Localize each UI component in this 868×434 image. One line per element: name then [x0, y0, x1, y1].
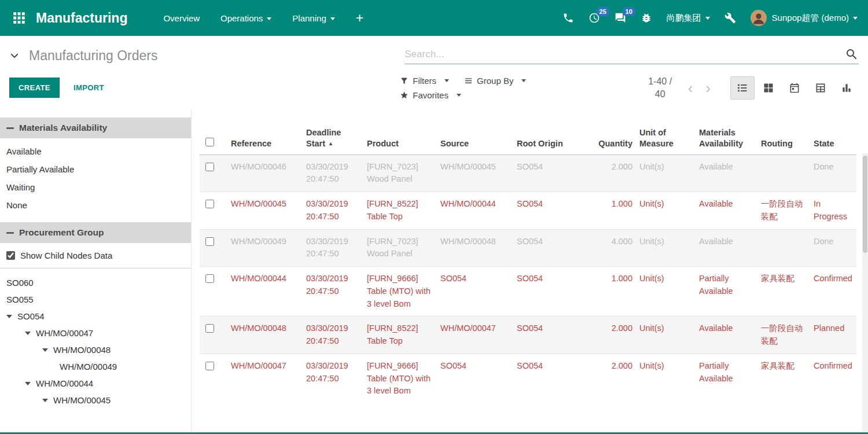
apps-grid-icon[interactable]	[12, 10, 27, 25]
column-header-product[interactable]: Product	[363, 117, 437, 155]
vertical-scrollbar[interactable]	[862, 153, 868, 432]
manufacturing-orders-table: ReferenceDeadline Start▲ProductSourceRoo…	[200, 117, 856, 403]
app-menu: Overview Operations Planning +	[163, 12, 363, 25]
row-select-cell	[200, 267, 227, 317]
group-by-bars-icon	[464, 76, 473, 85]
pager-next-button[interactable]: ›	[703, 80, 713, 95]
row-checkbox[interactable]	[205, 274, 214, 283]
chevron-down-icon	[521, 79, 526, 82]
cell-quantity: 4.000	[587, 229, 636, 267]
user-menu[interactable]: Sunpop超管 (demo)	[751, 10, 858, 26]
mo-row-wh-mo-00049[interactable]: WH/MO/0004903/30/2019 20:47:50[FURN_7023…	[200, 229, 856, 267]
pager-previous-button[interactable]: ‹	[686, 80, 696, 95]
mo-row-wh-mo-00047[interactable]: WH/MO/0004703/30/2019 20:47:50[FURN_9666…	[200, 354, 856, 403]
cell-state: Done	[810, 155, 856, 192]
vertical-scrollbar-thumb[interactable]	[863, 156, 867, 253]
filter-item-available[interactable]: Available	[0, 142, 191, 160]
table-header-row: ReferenceDeadline Start▲ProductSourceRoo…	[200, 117, 856, 155]
message-count-badge: 10	[622, 7, 636, 16]
tree-item-wh-mo-00044[interactable]: WH/MO/00044	[0, 375, 191, 392]
messages-systray[interactable]: 10	[615, 12, 626, 24]
column-header-state[interactable]: State	[810, 117, 856, 155]
row-checkbox[interactable]	[205, 200, 214, 208]
app-title[interactable]: Manufacturing	[36, 10, 127, 26]
row-select-cell	[200, 192, 227, 230]
import-button[interactable]: IMPORT	[73, 83, 104, 92]
select-all-checkbox[interactable]	[205, 138, 214, 146]
add-menu-button[interactable]: +	[356, 12, 363, 25]
breadcrumb-chevron-down-icon[interactable]	[9, 50, 20, 61]
cell-availability: Partially Available	[696, 267, 757, 317]
section-procurement-group[interactable]: Procurement Group	[0, 222, 191, 243]
mo-row-wh-mo-00045[interactable]: WH/MO/0004503/30/2019 20:47:50[FURN_8522…	[200, 192, 856, 230]
user-name: Sunpop超管 (demo)	[772, 13, 849, 24]
kanban-view-button[interactable]	[756, 76, 781, 100]
column-header-routing[interactable]: Routing	[757, 117, 810, 155]
mo-row-wh-mo-00048[interactable]: WH/MO/0004803/30/2019 20:47:50[FURN_8522…	[200, 317, 856, 354]
section-title: Procurement Group	[19, 227, 104, 238]
activity-count-badge: 25	[596, 7, 610, 16]
bug-icon[interactable]	[641, 12, 652, 24]
section-materials-availability[interactable]: Materials Availability	[0, 117, 191, 138]
chevron-down-icon[interactable]	[42, 399, 48, 402]
tree-item-so060[interactable]: SO060	[0, 274, 191, 291]
column-header-reference[interactable]: Reference	[227, 117, 303, 155]
column-header-source[interactable]: Source	[437, 117, 513, 155]
filter-item-waiting[interactable]: Waiting	[0, 178, 191, 196]
column-header-quantity[interactable]: Quantity	[587, 117, 636, 155]
main-content: Materials Availability AvailablePartiall…	[0, 109, 868, 432]
menu-operations[interactable]: Operations	[220, 13, 271, 23]
tree-item-wh-mo-00048[interactable]: WH/MO/00048	[0, 341, 191, 358]
company-menu[interactable]: 尚鹏集团	[667, 13, 710, 24]
cell-quantity: 2.000	[587, 155, 636, 192]
show-child-nodes-checkbox[interactable]	[6, 251, 15, 260]
pivot-view-button[interactable]	[808, 76, 833, 100]
mo-row-wh-mo-00046[interactable]: WH/MO/0004603/30/2019 20:47:50[FURN_7023…	[200, 155, 856, 192]
search-input[interactable]	[404, 49, 845, 60]
create-button[interactable]: CREATE	[9, 78, 60, 98]
list-view-button[interactable]	[730, 76, 755, 100]
view-switcher	[730, 76, 859, 100]
graph-view-button[interactable]	[834, 76, 859, 100]
filters-label: Filters	[413, 76, 436, 86]
tree-item-wh-mo-00045[interactable]: WH/MO/00045	[0, 392, 191, 409]
filter-item-partially-available[interactable]: Partially Available	[0, 160, 191, 178]
filter-funnel-icon	[400, 76, 409, 85]
favorites-menu[interactable]: Favorites	[400, 90, 461, 100]
chevron-down-icon[interactable]	[25, 332, 31, 335]
cell-availability: Partially Available	[696, 354, 757, 403]
column-header-root-origin[interactable]: Root Origin	[513, 117, 587, 155]
row-checkbox[interactable]	[205, 237, 214, 246]
breadcrumb: Manufacturing Orders	[9, 48, 400, 64]
column-header-unit-of-measure[interactable]: Unit of Measure	[636, 117, 696, 155]
menu-overview[interactable]: Overview	[163, 13, 200, 23]
menu-planning[interactable]: Planning	[292, 13, 334, 23]
calendar-view-button[interactable]	[782, 76, 807, 100]
column-header-materials-availability[interactable]: Materials Availability	[696, 117, 757, 155]
cell-routing: 家具装配	[757, 267, 810, 317]
tree-item-wh-mo-00047[interactable]: WH/MO/00047	[0, 325, 191, 341]
chevron-down-icon[interactable]	[42, 348, 48, 352]
chevron-down-icon[interactable]	[25, 382, 31, 385]
phone-icon[interactable]	[562, 12, 574, 24]
row-checkbox[interactable]	[205, 163, 214, 171]
filters-menu[interactable]: Filters	[400, 76, 449, 86]
row-checkbox[interactable]	[205, 362, 214, 370]
chevron-down-icon[interactable]	[6, 315, 12, 318]
column-header-deadline-start[interactable]: Deadline Start▲	[303, 117, 363, 155]
cell-reference: WH/MO/00046	[227, 155, 303, 192]
show-child-nodes-toggle[interactable]: Show Child Nodes Data	[0, 243, 191, 269]
cell-availability: Available	[696, 317, 757, 354]
wrench-icon[interactable]	[724, 12, 736, 24]
group-by-menu[interactable]: Group By	[464, 76, 526, 86]
filter-item-none[interactable]: None	[0, 196, 191, 214]
tree-item-so055[interactable]: SO055	[0, 291, 191, 308]
row-checkbox[interactable]	[205, 324, 214, 333]
tree-item-so054[interactable]: SO054	[0, 308, 191, 325]
cell-deadline: 03/30/2019 20:47:50	[303, 229, 363, 267]
cell-availability: Available	[696, 155, 757, 192]
activities-systray[interactable]: 25	[589, 12, 600, 24]
mo-row-wh-mo-00044[interactable]: WH/MO/0004403/30/2019 20:47:50[FURN_9666…	[200, 267, 856, 317]
tree-item-wh-mo-00049[interactable]: WH/MO/00049	[0, 358, 191, 375]
search-icon[interactable]	[845, 47, 859, 61]
